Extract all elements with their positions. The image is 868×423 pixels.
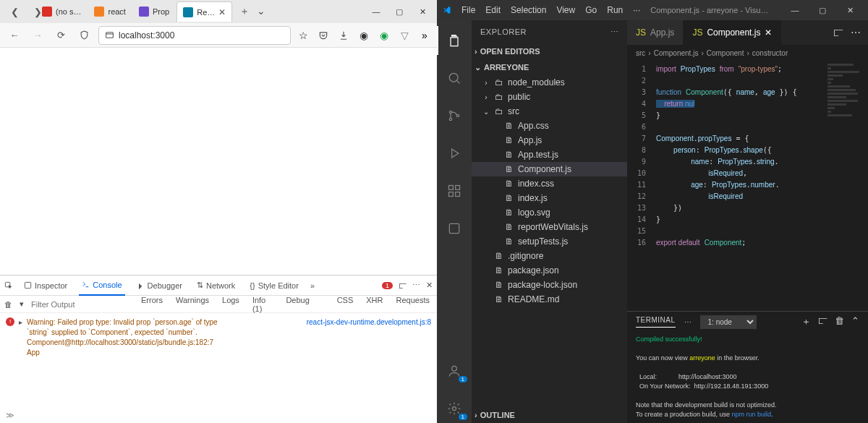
file-app-test-js[interactable]: 🗎App.test.js <box>472 148 627 162</box>
history-fwd-icon[interactable]: ❯ <box>29 3 46 20</box>
file-component-js[interactable]: 🗎Component.js <box>472 162 627 176</box>
expand-icon[interactable]: ▸ <box>19 317 22 358</box>
window-min-icon[interactable]: — <box>366 3 386 20</box>
history-back-icon[interactable]: ❮ <box>6 3 23 20</box>
code-editor[interactable]: 12345678910111213141516 import PropTypes… <box>627 61 868 311</box>
shield-icon[interactable] <box>75 27 93 44</box>
menu-go[interactable]: Go <box>585 5 597 15</box>
filter-xhr[interactable]: XHR <box>363 296 386 313</box>
file-app-css[interactable]: 🗎App.css <box>472 119 627 133</box>
menu-file[interactable]: File <box>461 5 475 15</box>
editor-tab-component-js[interactable]: JSComponent.js✕ <box>684 20 781 45</box>
console-warning-row[interactable]: ! ▸ Warning: Failed prop type: Invalid p… <box>6 317 431 358</box>
activity-scm-icon[interactable] <box>437 101 472 130</box>
downloads-icon[interactable] <box>337 29 350 42</box>
explorer-menu-icon[interactable]: ⋯ <box>610 27 619 37</box>
devtools-tab-inspector[interactable]: Inspector <box>21 275 70 296</box>
split-editor-icon[interactable]: ⫍ <box>833 27 843 38</box>
devtools-close-icon[interactable]: ✕ <box>426 281 433 290</box>
menu-edit[interactable]: Edit <box>485 5 501 15</box>
overflow-icon[interactable]: » <box>418 29 431 42</box>
tabs-dropdown-icon[interactable]: ⌄ <box>257 5 265 18</box>
filter-debug[interactable]: Debug <box>283 296 312 313</box>
activity-extensions-icon[interactable] <box>437 176 472 205</box>
devtools-tab-debugger[interactable]: ⏵Debugger <box>134 275 185 296</box>
filter-input[interactable] <box>31 300 131 309</box>
browser-tab[interactable]: react <box>88 1 131 22</box>
file-index-js[interactable]: 🗎index.js <box>472 191 627 205</box>
menu-run[interactable]: Run <box>607 5 623 15</box>
filter-requests[interactable]: Requests <box>393 296 433 313</box>
window-close-icon[interactable]: ✕ <box>412 3 433 20</box>
tab-close-icon[interactable]: ✕ <box>218 7 226 17</box>
terminal-select[interactable]: 1: node <box>700 315 757 329</box>
terminal-output[interactable]: Compiled successfully! You can now view … <box>627 332 868 423</box>
url-input[interactable]: localhost:3000 <box>98 26 291 45</box>
devtools-pick-icon[interactable] <box>4 281 12 289</box>
file-readme-md[interactable]: 🗎README.md <box>472 292 627 307</box>
menu-view[interactable]: View <box>556 5 575 15</box>
browser-tab[interactable]: Re…✕ <box>176 1 232 22</box>
filter-info[interactable]: Info (1) <box>250 296 276 313</box>
terminal-new-icon[interactable]: ＋ <box>801 315 811 328</box>
filter-logs[interactable]: Logs <box>219 296 242 313</box>
file-app-js[interactable]: 🗎App.js <box>472 133 627 148</box>
activity-misc-icon[interactable] <box>437 214 472 243</box>
site-info-icon[interactable] <box>105 30 114 40</box>
crumb[interactable]: src <box>636 49 645 57</box>
devtools-tab-styleeditor[interactable]: {}Style Editor <box>247 275 302 296</box>
extension2-icon[interactable]: ◉ <box>378 29 391 42</box>
browser-tab[interactable]: Prop <box>133 1 175 22</box>
devtools-menu-icon[interactable]: ⋯ <box>412 281 420 290</box>
crumb[interactable]: Component <box>707 49 744 57</box>
folder-node_modules[interactable]: ›🗀node_modules <box>472 75 627 90</box>
extension1-icon[interactable]: ◉ <box>357 29 370 42</box>
nav-back-icon[interactable]: ← <box>6 27 23 44</box>
activity-explorer-icon[interactable] <box>437 26 472 55</box>
error-count-badge[interactable]: 1 <box>382 282 393 289</box>
breadcrumbs[interactable]: src › Component.js › Component › constru… <box>627 45 868 61</box>
file-reportwebvitals-js[interactable]: 🗎reportWebVitals.js <box>472 220 627 234</box>
vs-max-icon[interactable]: ▢ <box>810 0 835 20</box>
tab-close-icon[interactable]: ✕ <box>765 27 772 38</box>
filter-errors[interactable]: Errors <box>138 296 166 313</box>
folder-public[interactable]: ›🗀public <box>472 90 627 104</box>
reload-icon[interactable]: ⟳ <box>52 27 69 44</box>
file-package-json[interactable]: 🗎package.json <box>472 263 627 278</box>
section-workspace[interactable]: ⌄ARREYONE <box>472 59 627 75</box>
file-package-lock-json[interactable]: 🗎package-lock.json <box>472 278 627 292</box>
terminal-menu-icon[interactable]: ⋯ <box>684 318 692 326</box>
section-open-editors[interactable]: ›OPEN EDITORS <box>472 43 627 59</box>
terminal-tab[interactable]: TERMINAL <box>636 316 676 328</box>
activity-debug-icon[interactable] <box>437 139 472 168</box>
console-prompt[interactable]: ≫ <box>0 408 437 423</box>
editor-tab-app-js[interactable]: JSApp.js <box>627 20 684 45</box>
devtools-more-icon[interactable]: » <box>310 281 315 290</box>
pocket-icon[interactable] <box>317 29 330 42</box>
activity-account-icon[interactable]: 1 <box>437 356 472 385</box>
warning-source-link[interactable]: react-jsx-dev-runtime.development.js:8 <box>307 317 431 358</box>
activity-search-icon[interactable] <box>437 64 472 93</box>
bookmark-star-icon[interactable]: ☆ <box>297 29 310 42</box>
terminal-max-icon[interactable]: ⌃ <box>851 315 859 328</box>
menu-selection[interactable]: Selection <box>511 5 546 15</box>
filter-warnings[interactable]: Warnings <box>173 296 212 313</box>
file--gitignore[interactable]: 🗎.gitignore <box>472 249 627 263</box>
window-max-icon[interactable]: ▢ <box>389 3 409 20</box>
devtools-split-icon[interactable]: ⫍ <box>399 281 407 290</box>
new-tab-button[interactable]: ＋ <box>239 5 250 18</box>
file-index-css[interactable]: 🗎index.css <box>472 176 627 191</box>
filter-icon[interactable]: ▾ <box>20 299 24 309</box>
folder-src[interactable]: ⌄🗀src <box>472 104 627 119</box>
extension3-icon[interactable]: ▽ <box>398 29 411 42</box>
filter-css[interactable]: CSS <box>334 296 357 313</box>
devtools-tab-console[interactable]: Console <box>79 275 124 296</box>
file-setuptests-js[interactable]: 🗎setupTests.js <box>472 234 627 249</box>
editor-more-icon[interactable]: ⋯ <box>851 27 861 38</box>
menu-···[interactable]: ··· <box>633 5 640 15</box>
minimap[interactable] <box>825 61 868 311</box>
terminal-split-icon[interactable]: ⫍ <box>818 315 827 328</box>
vs-close-icon[interactable]: ✕ <box>838 0 862 20</box>
clear-console-icon[interactable]: 🗑 <box>4 300 12 309</box>
devtools-tab-network[interactable]: ⇅Network <box>194 275 238 296</box>
